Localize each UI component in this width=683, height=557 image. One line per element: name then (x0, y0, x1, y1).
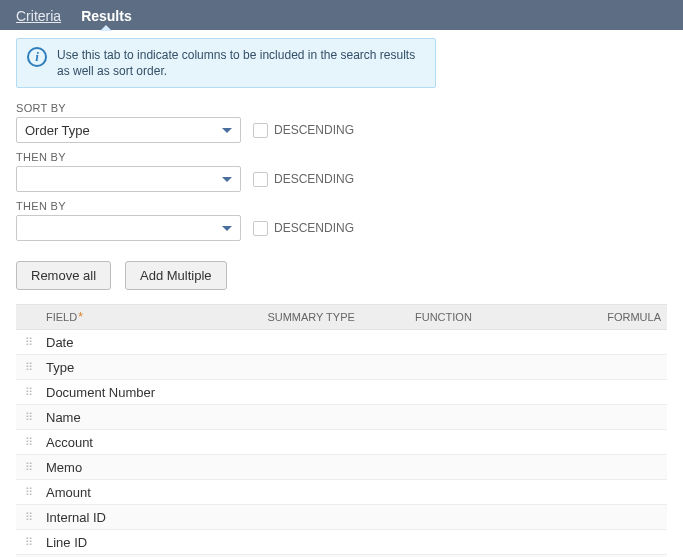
grid-header-formula[interactable]: FORMULA (550, 311, 667, 323)
info-box: i Use this tab to indicate columns to be… (16, 38, 436, 88)
table-row[interactable]: ⠿Name (16, 405, 667, 430)
grid-header-summary-type[interactable]: SUMMARY TYPE (267, 311, 415, 323)
field-cell: Line ID (42, 535, 270, 550)
grid-header-function[interactable]: FUNCTION (415, 311, 550, 323)
then-by-dropdown-2[interactable] (16, 215, 241, 241)
field-cell: Account (42, 435, 270, 450)
drag-handle-icon[interactable]: ⠿ (16, 511, 42, 524)
field-cell: Amount (42, 485, 270, 500)
table-row[interactable]: ⠿Amount (16, 480, 667, 505)
remove-all-button[interactable]: Remove all (16, 261, 111, 290)
then-by-desc-checkbox-1[interactable] (253, 172, 268, 187)
sort-section: SORT BY Order Type DESCENDING THEN BY DE… (0, 96, 683, 253)
chevron-down-icon (222, 128, 232, 133)
drag-handle-icon[interactable]: ⠿ (16, 436, 42, 449)
then-by-label-2: THEN BY (16, 200, 667, 212)
grid-header-field[interactable]: FIELD* (42, 310, 267, 324)
sort-by-label: SORT BY (16, 102, 667, 114)
then-by-desc-label-1: DESCENDING (274, 172, 354, 186)
results-grid: FIELD* SUMMARY TYPE FUNCTION FORMULA ⠿Da… (16, 304, 667, 557)
tab-bar: Criteria Results (0, 0, 683, 30)
table-row[interactable]: ⠿Document Number (16, 380, 667, 405)
then-by-desc-label-2: DESCENDING (274, 221, 354, 235)
drag-handle-icon[interactable]: ⠿ (16, 411, 42, 424)
drag-handle-icon[interactable]: ⠿ (16, 536, 42, 549)
add-multiple-button[interactable]: Add Multiple (125, 261, 227, 290)
then-by-desc-checkbox-2[interactable] (253, 221, 268, 236)
table-row[interactable]: ⠿Type (16, 355, 667, 380)
required-star-icon: * (78, 310, 83, 324)
drag-handle-icon[interactable]: ⠿ (16, 461, 42, 474)
drag-handle-icon[interactable]: ⠿ (16, 486, 42, 499)
drag-handle-icon[interactable]: ⠿ (16, 336, 42, 349)
drag-handle-icon[interactable]: ⠿ (16, 361, 42, 374)
table-row[interactable]: ⠿Internal ID (16, 505, 667, 530)
chevron-down-icon (222, 226, 232, 231)
sort-by-value: Order Type (25, 123, 90, 138)
field-cell: Memo (42, 460, 270, 475)
tab-criteria[interactable]: Criteria (16, 3, 61, 30)
field-cell: Type (42, 360, 270, 375)
tab-results[interactable]: Results (81, 3, 132, 30)
info-icon: i (27, 47, 47, 67)
grid-header-row: FIELD* SUMMARY TYPE FUNCTION FORMULA (16, 304, 667, 330)
table-row[interactable]: ⠿Date (16, 330, 667, 355)
table-row[interactable]: ⠿Account (16, 430, 667, 455)
field-cell: Name (42, 410, 270, 425)
sort-by-desc-label: DESCENDING (274, 123, 354, 137)
then-by-label-1: THEN BY (16, 151, 667, 163)
field-cell: Document Number (42, 385, 270, 400)
field-cell: Date (42, 335, 270, 350)
sort-by-dropdown[interactable]: Order Type (16, 117, 241, 143)
field-cell: Internal ID (42, 510, 270, 525)
drag-handle-icon[interactable]: ⠿ (16, 386, 42, 399)
info-text: Use this tab to indicate columns to be i… (57, 47, 425, 79)
table-row[interactable]: ⠿Memo (16, 455, 667, 480)
table-row[interactable]: ⠿Line ID (16, 530, 667, 555)
button-row: Remove all Add Multiple (0, 253, 683, 304)
grid-body: ⠿Date⠿Type⠿Document Number⠿Name⠿Account⠿… (16, 330, 667, 557)
chevron-down-icon (222, 177, 232, 182)
sort-by-desc-checkbox[interactable] (253, 123, 268, 138)
then-by-dropdown-1[interactable] (16, 166, 241, 192)
